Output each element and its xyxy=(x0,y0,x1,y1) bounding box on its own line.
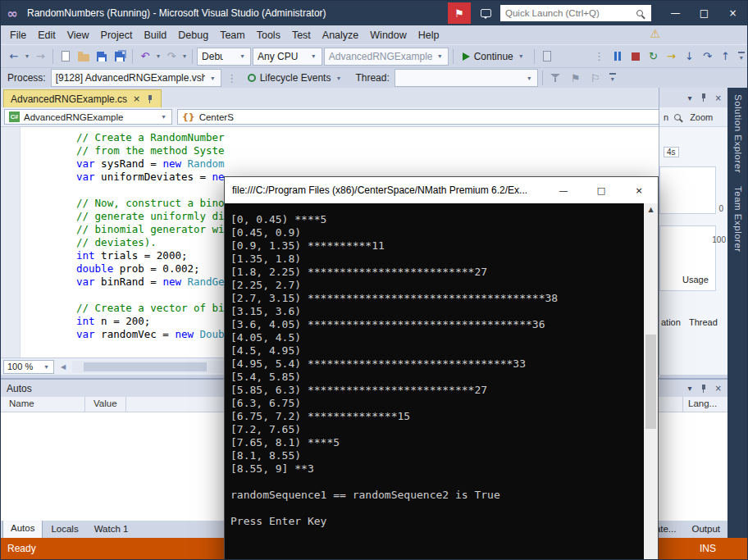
navigate-backward-dropdown[interactable]: ▾ xyxy=(24,52,30,60)
close-panel-icon[interactable]: × xyxy=(715,93,722,102)
undo-button[interactable]: ↶ xyxy=(137,48,153,66)
close-button[interactable]: × xyxy=(718,1,747,25)
console-maximize-button[interactable]: □ xyxy=(582,177,620,203)
menu-item-team[interactable]: Team xyxy=(214,27,251,43)
zoom-label[interactable]: Zoom xyxy=(690,112,713,122)
side-tab-team-explorer[interactable]: Team Explorer xyxy=(733,186,743,253)
menu-item-view[interactable]: View xyxy=(62,27,95,43)
console-scrollbar-thumb[interactable] xyxy=(645,335,656,429)
console-line: [2.25, 2.7) xyxy=(230,279,644,292)
close-document-icon[interactable]: × xyxy=(133,93,140,104)
toolbar-grip: ⋮ xyxy=(591,48,608,66)
save-button[interactable] xyxy=(94,48,110,66)
diagnostic-tools-button[interactable] xyxy=(539,48,555,66)
tab-watch-1[interactable]: Watch 1 xyxy=(87,521,136,539)
quick-launch-input[interactable]: Quick Launch (Ctrl+Q) xyxy=(500,5,651,21)
menu-item-project[interactable]: Project xyxy=(95,27,139,43)
console-close-button[interactable]: × xyxy=(620,177,658,203)
break-all-button[interactable] xyxy=(609,48,626,66)
console-output[interactable]: [0, 0.45) ****5[0.45, 0.9)[0.9, 1.35) **… xyxy=(225,203,644,560)
new-file-button[interactable] xyxy=(57,48,74,66)
toolbar-separator xyxy=(192,49,193,64)
menu-item-analyze[interactable]: Analyze xyxy=(317,27,364,43)
menu-item-edit[interactable]: Edit xyxy=(32,27,62,43)
menu-item-help[interactable]: Help xyxy=(413,27,445,43)
menu-item-window[interactable]: Window xyxy=(364,27,412,43)
undo-dropdown[interactable]: ▾ xyxy=(155,52,162,60)
menu-item-build[interactable]: Build xyxy=(138,27,172,43)
window-position-icon[interactable]: ▾ xyxy=(688,384,692,393)
type-dropdown[interactable]: {} CenterS xyxy=(177,109,727,125)
console-line: [7.2, 7.65) xyxy=(230,423,644,436)
show-next-statement-button[interactable]: → xyxy=(664,48,680,66)
restart-button[interactable]: ↻ xyxy=(645,48,662,66)
tab-locals[interactable]: Locals xyxy=(43,521,85,539)
console-scrollbar[interactable]: ▲ ▼ xyxy=(644,203,658,560)
memory-chart xyxy=(659,166,716,214)
chevron-down-icon: ▾ xyxy=(209,75,217,82)
pin-document-icon[interactable] xyxy=(146,94,154,104)
step-over-button[interactable]: ↷ xyxy=(700,48,716,66)
toolbar-separator xyxy=(453,49,454,64)
console-window[interactable]: file:///C:/Program Files (x86)/CenterSpa… xyxy=(224,176,659,560)
flag-threads-button[interactable]: ⚑ xyxy=(567,69,585,87)
unflag-threads-button[interactable]: ⚐ xyxy=(586,69,604,87)
pin-panel-icon[interactable] xyxy=(700,93,708,102)
navigate-forward-button[interactable]: → xyxy=(32,48,48,66)
open-file-button[interactable] xyxy=(75,48,92,66)
code-token: binRand = xyxy=(95,275,163,288)
window-position-icon[interactable]: ▾ xyxy=(688,93,692,102)
navigate-backward-button[interactable]: ← xyxy=(6,48,22,66)
editor-glyph-margin[interactable] xyxy=(1,127,21,357)
minimize-button[interactable]: — xyxy=(661,1,690,25)
maximize-button[interactable]: □ xyxy=(690,1,718,25)
menu-item-tools[interactable]: Tools xyxy=(251,27,286,43)
startup-project-value: AdvancedRNGExample xyxy=(329,51,432,62)
menu-item-file[interactable]: File xyxy=(4,27,32,43)
pin-panel-icon[interactable] xyxy=(700,384,708,394)
menu-item-test[interactable]: Test xyxy=(286,27,317,43)
code-token: // from the method Syste xyxy=(76,144,225,157)
notifications-button[interactable]: ⚑ xyxy=(448,2,471,24)
step-into-button[interactable]: ↓ xyxy=(682,48,698,66)
column-header-value[interactable]: Value xyxy=(85,397,126,412)
toolbar-overflow-button[interactable]: ▾ xyxy=(606,73,619,83)
tab-output[interactable]: Output xyxy=(684,521,727,539)
pause-icon xyxy=(614,52,621,61)
save-all-button[interactable] xyxy=(112,48,128,66)
column-header-language[interactable]: Lang... xyxy=(682,397,722,412)
toolbar-overflow-button[interactable]: ▾ xyxy=(735,52,747,61)
redo-dropdown[interactable]: ▾ xyxy=(181,52,188,60)
code-line[interactable]: // from the method Syste xyxy=(76,144,727,157)
startup-project-dropdown[interactable]: AdvancedRNGExample ▾ xyxy=(324,48,449,66)
step-out-button[interactable]: ↑ xyxy=(717,48,733,66)
column-header-name[interactable]: Name xyxy=(1,397,85,412)
feedback-button[interactable] xyxy=(475,2,496,24)
solution-configuration-dropdown[interactable]: Debug ▾ xyxy=(197,48,251,66)
code-line[interactable]: // Create a RandomNumber xyxy=(76,131,727,144)
process-dropdown[interactable]: [9128] AdvancedRNGExample.vshc ▾ xyxy=(51,69,221,87)
warning-icon[interactable]: ⚠ xyxy=(650,27,660,40)
close-panel-icon[interactable]: × xyxy=(715,384,722,393)
side-tab-solution-explorer[interactable]: Solution Explorer xyxy=(733,94,743,173)
console-title-bar[interactable]: file:///C:/Program Files (x86)/CenterSpa… xyxy=(225,177,658,203)
solution-platform-dropdown[interactable]: Any CPU ▾ xyxy=(253,48,322,66)
code-line[interactable]: var sysRand = new Random xyxy=(76,157,727,171)
scroll-up-icon[interactable]: ▲ xyxy=(644,203,658,216)
zoom-dropdown[interactable]: 100 % ▾ xyxy=(3,360,54,374)
scroll-left-icon[interactable]: ◀ xyxy=(57,363,69,371)
code-token: // binomial generator wi xyxy=(76,223,225,235)
tab-autos[interactable]: Autos xyxy=(2,521,43,539)
horizontal-scrollbar-thumb[interactable] xyxy=(84,362,207,371)
console-minimize-button[interactable]: — xyxy=(545,177,582,203)
filter-button[interactable] xyxy=(547,69,565,87)
project-dropdown[interactable]: C# AdvancedRNGExample ▾ xyxy=(4,109,172,125)
menu-item-debug[interactable]: Debug xyxy=(172,27,214,43)
redo-button[interactable]: ↷ xyxy=(163,48,180,66)
lifecycle-events-button[interactable]: Lifecycle Events ▾ xyxy=(243,69,348,87)
continue-button[interactable]: Continue ▾ xyxy=(458,48,530,66)
document-tab[interactable]: AdvancedRNGExample.cs × xyxy=(3,89,162,107)
thread-dropdown[interactable]: ▾ xyxy=(395,69,538,87)
stop-debugging-button[interactable] xyxy=(627,48,644,66)
usage-tab-fragment[interactable]: Usage xyxy=(682,275,709,285)
